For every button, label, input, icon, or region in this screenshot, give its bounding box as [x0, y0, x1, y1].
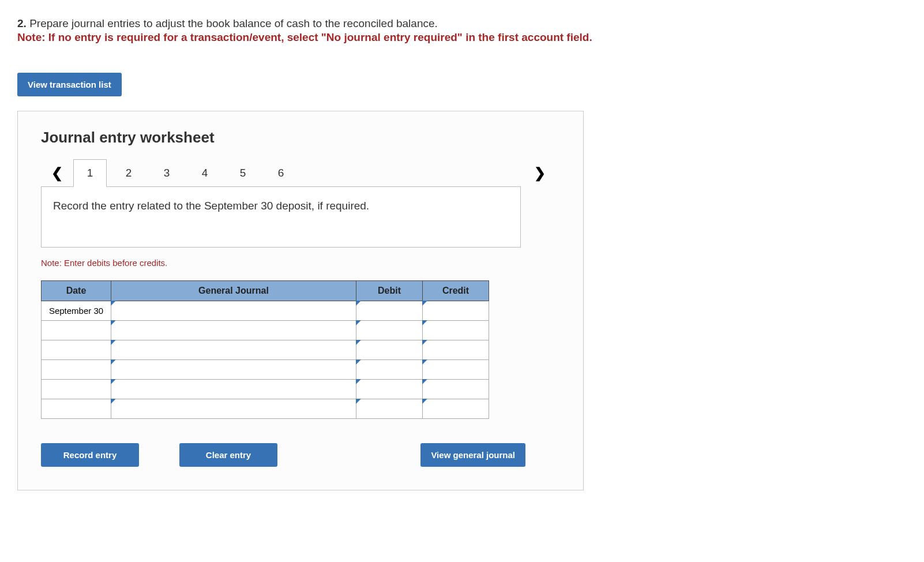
table-row	[42, 399, 489, 419]
question-body: Prepare journal entries to adjust the bo…	[29, 17, 438, 29]
debit-input[interactable]	[356, 380, 423, 399]
date-cell-empty[interactable]	[42, 399, 111, 419]
th-general-journal: General Journal	[111, 281, 356, 301]
general-journal-input[interactable]	[111, 321, 356, 340]
worksheet-title: Journal entry worksheet	[41, 129, 560, 147]
date-cell-empty[interactable]	[42, 380, 111, 399]
general-journal-input[interactable]	[111, 360, 356, 380]
journal-table: Date General Journal Debit Credit Septem…	[41, 280, 489, 419]
tab-4[interactable]: 4	[189, 160, 221, 186]
tab-1[interactable]: 1	[73, 159, 107, 187]
question-line: 2. Prepare journal entries to adjust the…	[17, 17, 907, 30]
table-row	[42, 380, 489, 399]
credits-note: Note: Enter debits before credits.	[41, 258, 560, 268]
credit-input[interactable]	[423, 340, 489, 360]
tab-6[interactable]: 6	[265, 160, 297, 186]
action-row: Record entry Clear entry View general jo…	[41, 443, 525, 467]
debit-input[interactable]	[356, 360, 423, 380]
question-number: 2.	[17, 17, 27, 29]
credit-input[interactable]	[423, 301, 489, 321]
general-journal-input[interactable]	[111, 399, 356, 419]
date-cell: September 30	[42, 301, 111, 321]
th-date: Date	[42, 281, 111, 301]
debit-input[interactable]	[356, 399, 423, 419]
tab-2[interactable]: 2	[112, 160, 145, 186]
general-journal-input[interactable]	[111, 340, 356, 360]
table-row	[42, 321, 489, 340]
worksheet-panel: Journal entry worksheet ❮ 1 2 3 4 5 6 ❯ …	[17, 111, 584, 490]
credit-input[interactable]	[423, 360, 489, 380]
instruction-box: Record the entry related to the Septembe…	[41, 186, 521, 248]
date-cell-empty[interactable]	[42, 360, 111, 380]
th-debit: Debit	[356, 281, 423, 301]
tab-3[interactable]: 3	[151, 160, 183, 186]
clear-entry-button[interactable]: Clear entry	[179, 443, 277, 467]
table-row	[42, 360, 489, 380]
date-cell-empty[interactable]	[42, 340, 111, 360]
question-note: Note: If no entry is required for a tran…	[17, 31, 907, 44]
tab-5[interactable]: 5	[227, 160, 259, 186]
view-transaction-list-button[interactable]: View transaction list	[17, 73, 122, 96]
prev-arrow-icon[interactable]: ❮	[41, 165, 73, 181]
table-row	[42, 340, 489, 360]
record-entry-button[interactable]: Record entry	[41, 443, 139, 467]
general-journal-input[interactable]	[111, 380, 356, 399]
date-cell-empty[interactable]	[42, 321, 111, 340]
view-general-journal-button[interactable]: View general journal	[420, 443, 525, 467]
th-credit: Credit	[423, 281, 489, 301]
credit-input[interactable]	[423, 380, 489, 399]
debit-input[interactable]	[356, 340, 423, 360]
credit-input[interactable]	[423, 321, 489, 340]
next-arrow-icon[interactable]: ❯	[524, 165, 560, 181]
debit-input[interactable]	[356, 301, 423, 321]
tabs-row: ❮ 1 2 3 4 5 6 ❯	[41, 159, 560, 187]
general-journal-input[interactable]	[111, 301, 356, 321]
credit-input[interactable]	[423, 399, 489, 419]
debit-input[interactable]	[356, 321, 423, 340]
table-row: September 30	[42, 301, 489, 321]
